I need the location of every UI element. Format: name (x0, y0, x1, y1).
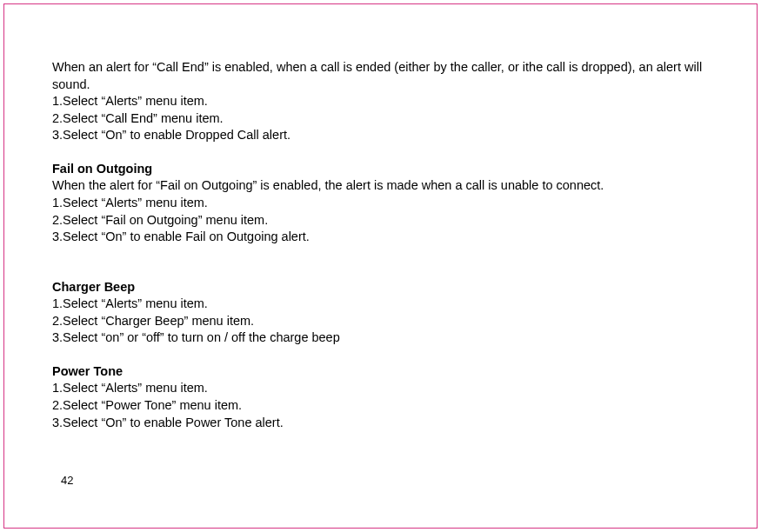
paragraph: When the alert for “Fail on Outgoing” is… (52, 177, 718, 195)
step-3: 3.Select “On” to enable Power Tone alert… (52, 415, 718, 432)
heading-power-tone: Power Tone (52, 363, 718, 381)
step-1: 1.Select “Alerts” menu item. (52, 195, 718, 212)
step-3: 3.Select “On” to enable Dropped Call ale… (52, 127, 718, 144)
section-power-tone: Power Tone 1.Select “Alerts” menu item. … (52, 363, 718, 431)
step-2: 2.Select “Power Tone” menu item. (52, 397, 718, 415)
section-charger-beep: Charger Beep 1.Select “Alerts” menu item… (52, 279, 718, 347)
paragraph: When an alert for “Call End” is enabled,… (52, 59, 718, 93)
step-2: 2.Select “Charger Beep” menu item. (52, 313, 718, 330)
step-1: 1.Select “Alerts” menu item. (52, 296, 718, 313)
step-2: 2.Select “Fail on Outgoing” menu item. (52, 212, 718, 229)
document-content: When an alert for “Call End” is enabled,… (52, 59, 718, 431)
step-1: 1.Select “Alerts” menu item. (52, 93, 718, 110)
section-call-end: When an alert for “Call End” is enabled,… (52, 59, 718, 144)
heading-fail-on-outgoing: Fail on Outgoing (52, 161, 718, 178)
heading-charger-beep: Charger Beep (52, 279, 718, 296)
step-3: 3.Select “on” or “off” to turn on / off … (52, 329, 718, 347)
step-2: 2.Select “Call End” menu item. (52, 110, 718, 128)
step-3: 3.Select “On” to enable Fail on Outgoing… (52, 229, 718, 246)
step-1: 1.Select “Alerts” menu item. (52, 380, 718, 397)
page-number: 42 (61, 474, 73, 487)
section-fail-on-outgoing: Fail on Outgoing When the alert for “Fai… (52, 161, 718, 246)
